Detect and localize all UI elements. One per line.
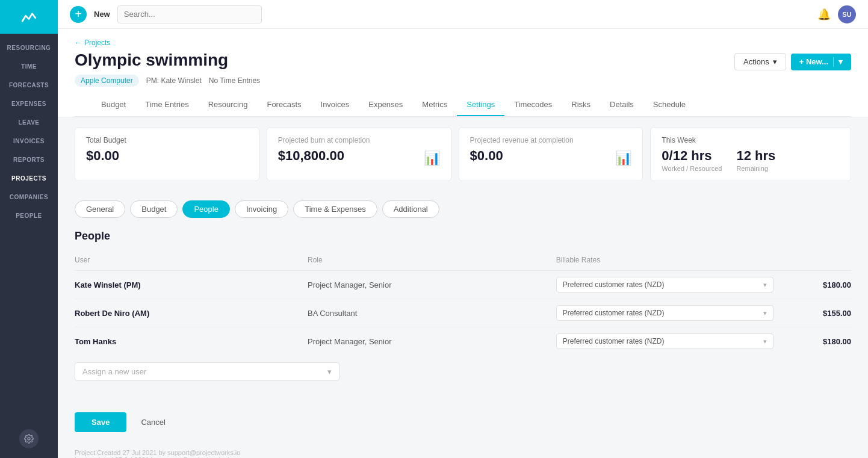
table-row: Tom Hanks Project Manager, Senior Prefer… [75,327,851,356]
global-new-button[interactable]: + [70,6,87,23]
tab-schedule[interactable]: Schedule [643,94,695,116]
this-week-remaining: 12 hrs Remaining [736,148,775,172]
tab-invoices[interactable]: Invoices [311,94,359,116]
svg-point-1 [28,438,30,440]
chart-icon: 📊 [424,150,440,166]
svg-rect-0 [18,6,40,28]
tab-resourcing[interactable]: Resourcing [199,94,258,116]
actions-label: Actions [743,57,769,66]
sub-tab-people[interactable]: People [182,200,229,218]
stats-row: Total Budget $0.00 Projected burn at com… [58,117,868,191]
form-actions: Save Cancel [58,398,868,442]
sub-tab-additional[interactable]: Additional [382,200,439,218]
app-logo[interactable] [0,0,58,34]
global-search-input[interactable] [117,5,262,23]
sidebar: RESOURCING TIME FORECASTS EXPENSES LEAVE… [0,0,58,458]
main-tabs: Budget Time Entries Resourcing Forecasts… [75,94,851,117]
user-name-tom: Tom Hanks [75,337,116,346]
assign-row: Assign a new user ▾ [75,355,851,383]
role-robert: BA Consultant [308,309,357,318]
topbar: + New 🔔 SU [58,0,868,29]
assign-placeholder: Assign a new user [82,367,146,376]
tab-budget[interactable]: Budget [91,94,135,116]
avatar[interactable]: SU [838,5,856,23]
sidebar-item-companies[interactable]: COMPANIES [0,188,58,206]
this-week-worked-value: 0/12 hrs [662,148,722,164]
dropdown-chevron-3: ▾ [763,338,767,345]
rate-label-kate: Preferred customer rates (NZD) [563,280,665,289]
notifications-icon[interactable]: 🔔 [817,8,831,21]
breadcrumb-label: Projects [84,39,110,47]
new-dropdown-button[interactable]: + New... ▾ [791,54,851,70]
col-header-billable: Billable Rates [556,252,773,271]
sidebar-item-leave[interactable]: LEAVE [0,113,58,132]
breadcrumb-arrow: ← [75,39,82,47]
people-table: User Role Billable Rates Kate Winslet (P… [75,252,851,355]
tab-details[interactable]: Details [600,94,643,116]
footer-created: Project Created 27 Jul 2021 by support@p… [75,449,851,456]
page-footer: Project Created 27 Jul 2021 by support@p… [58,442,868,458]
tab-time-entries[interactable]: Time Entries [135,94,198,116]
this-week-worked-label: Worked / Resourced [662,165,722,172]
sidebar-item-time[interactable]: TIME [0,57,58,76]
sidebar-item-invoices[interactable]: INVOICES [0,132,58,150]
sidebar-item-reports[interactable]: REPORTS [0,150,58,169]
sidebar-item-projects[interactable]: PROJECTS [0,169,58,188]
assign-user-dropdown[interactable]: Assign a new user ▾ [75,362,339,381]
stat-this-week: This Week 0/12 hrs Worked / Resourced 12… [650,127,851,181]
billable-rate-dropdown-kate[interactable]: Preferred customer rates (NZD) ▾ [556,277,773,292]
user-name-robert: Robert De Niro (AM) [75,309,149,318]
settings-icon[interactable] [19,429,39,448]
new-chevron: ▾ [839,57,843,66]
tab-expenses[interactable]: Expenses [359,94,412,116]
dropdown-chevron: ▾ [763,281,767,289]
rate-label-robert: Preferred customer rates (NZD) [563,309,665,317]
cancel-button[interactable]: Cancel [134,412,172,432]
sidebar-bottom [19,429,39,458]
assign-chevron: ▾ [327,367,332,376]
sidebar-item-people[interactable]: PEOPLE [0,206,58,225]
tab-metrics[interactable]: Metrics [412,94,457,116]
table-row: Kate Winslet (PM) Project Manager, Senio… [75,271,851,299]
tab-forecasts[interactable]: Forecasts [257,94,311,116]
sub-tab-time-expenses[interactable]: Time & Expenses [293,200,377,218]
stat-total-budget-label: Total Budget [86,136,248,144]
project-actions: Actions ▾ + New... ▾ [734,53,851,70]
stat-total-budget-value: $0.00 [86,148,248,164]
sidebar-item-resourcing[interactable]: RESOURCING [0,39,58,57]
new-label: + New... [799,57,828,66]
breadcrumb[interactable]: ← Projects [75,39,851,47]
dropdown-chevron-2: ▾ [763,309,767,317]
sub-tabs: General Budget People Invoicing Time & E… [58,191,868,225]
billable-rate-dropdown-robert[interactable]: Preferred customer rates (NZD) ▾ [556,305,773,321]
stat-projected-burn-label: Projected burn at completion [278,136,440,144]
actions-button[interactable]: Actions ▾ [734,53,786,70]
stat-projected-burn: Projected burn at completion $10,800.00 … [267,127,451,181]
col-header-user: User [75,252,308,271]
client-tag[interactable]: Apple Computer [75,75,139,87]
col-header-rate [773,252,851,271]
role-tom: Project Manager, Senior [308,337,391,346]
tab-settings[interactable]: Settings [457,94,504,116]
chart-icon-2: 📊 [615,150,631,166]
time-entries-label: No Time Entries [209,76,260,85]
sub-tab-general[interactable]: General [75,200,125,218]
this-week-remaining-value: 12 hrs [736,148,775,164]
billable-rate-dropdown-tom[interactable]: Preferred customer rates (NZD) ▾ [556,333,773,349]
project-header: ← Projects Olympic swimming Actions ▾ + … [58,29,868,117]
tab-timecodes[interactable]: Timecodes [504,94,562,116]
role-kate: Project Manager, Senior [308,280,391,289]
page-content: ← Projects Olympic swimming Actions ▾ + … [58,29,868,458]
sidebar-item-forecasts[interactable]: FORECASTS [0,76,58,94]
stat-total-budget: Total Budget $0.00 [75,127,259,181]
global-new-label: New [94,10,110,19]
actions-chevron: ▾ [773,57,777,66]
sidebar-item-expenses[interactable]: EXPENSES [0,94,58,113]
tab-risks[interactable]: Risks [562,94,600,116]
save-button[interactable]: Save [75,412,126,432]
sub-tab-invoicing[interactable]: Invoicing [235,200,288,218]
rate-label-tom: Preferred customer rates (NZD) [563,337,665,345]
table-row: Robert De Niro (AM) BA Consultant Prefer… [75,299,851,327]
sub-tab-budget[interactable]: Budget [130,200,178,218]
people-section: People User Role Billable Rates Kate Win… [58,225,868,398]
